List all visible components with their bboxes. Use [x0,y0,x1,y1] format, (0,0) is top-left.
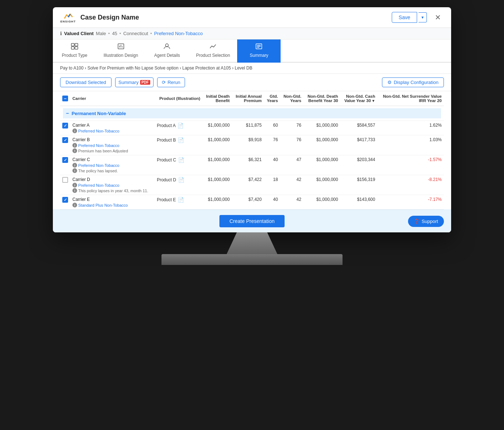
carrier-note: ! The policy has lapsed. [72,168,152,173]
non-gtd-years: 76 [280,135,303,155]
toolbar: Download Selected Summary PDF ⟳ Rerun ⚙ … [53,74,451,91]
col-non-gtd-death-benefit: Non-Gtd. DeathBenefit Year 30 [303,91,340,106]
initial-death-benefit: $1,000,000 [202,135,232,155]
group-header: − Permanent Non-Variable [63,108,441,118]
download-selected-button[interactable]: Download Selected [60,77,112,87]
solve-bar: Pay to A100 › Solve For Premium with No … [53,63,451,74]
col-carrier: Carrier [70,91,155,106]
carrier-sub[interactable]: i Preferred Non-Tobacco [72,143,152,148]
initial-death-benefit: $1,000,000 [202,195,232,210]
gtd-years: 76 [264,135,280,155]
tab-product-selection[interactable]: Product Selection [189,39,237,63]
tab-illustration-design[interactable]: Illustration Design [96,39,145,63]
non-gtd-years: 76 [280,121,303,135]
nav-tabs: Product Type Illustration Design Agent D… [53,39,451,63]
tab-product-type-label: Product Type [62,53,88,58]
non-gtd-irr: 1.62% [377,121,444,135]
gtd-years: 60 [264,121,280,135]
non-gtd-cash-value: $143,600 [340,195,377,210]
carrier-cell: Carrier B i Preferred Non-Tobacco ! Prem… [70,135,155,155]
svg-rect-1 [75,43,78,46]
row-checkbox[interactable] [62,197,68,203]
product-name: Product B [157,138,176,143]
initial-death-benefit: $1,000,000 [202,155,232,175]
tab-summary-label: Summary [250,53,268,58]
carrier-cell: Carrier A i Preferred Non-Tobacco [70,121,155,135]
monitor-wrapper: ENSIGHT Case Design Name Save ▾ ✕ ℹ Valu… [53,7,451,265]
initial-annual-premium: $11,875 [232,121,264,135]
row-checkbox[interactable] [62,177,68,183]
tab-summary[interactable]: Summary [237,39,281,63]
pdf-icon[interactable]: 📄 [178,137,184,143]
product-name: Product A [157,123,176,128]
carrier-sub[interactable]: i Preferred Non-Tobacco [72,163,152,168]
row-checkbox-cell [60,121,70,135]
non-gtd-irr: 1.03% [377,135,444,155]
case-design-name: Case Design Name [80,14,387,21]
svg-rect-0 [71,43,74,46]
support-icon: ❓ [414,219,420,224]
gtd-years: 40 [264,195,280,210]
non-gtd-cash-value: $156,319 [340,175,377,195]
non-gtd-death-benefit: $1,000,000 [303,195,340,210]
client-age: 45 [112,31,117,36]
col-non-gtd-cash-value[interactable]: Non-Gtd. CashValue Year 30▼ [340,91,377,106]
initial-death-benefit: $1,000,000 [202,121,232,135]
save-button[interactable]: Save [392,12,417,23]
tab-illustration-design-label: Illustration Design [104,53,138,58]
carrier-cell: Carrier D i Preferred Non-Tobacco ! This… [70,175,155,195]
client-bar: ℹ Valued Client Male • 45 • Connecticut … [53,28,451,39]
col-initial-death-benefit: Initial DeathBenefit [202,91,232,106]
client-state: Connecticut [123,31,148,36]
table-row: Carrier C i Preferred Non-Tobacco ! The … [60,155,444,175]
carrier-name: Carrier C [72,157,152,162]
pdf-icon[interactable]: 📄 [178,177,184,183]
carrier-name: Carrier D [72,177,152,182]
non-gtd-death-benefit: $1,000,000 [303,121,340,135]
row-checkbox[interactable] [62,157,68,163]
table-container: Carrier Product (Illustration) Initial D… [53,91,451,210]
col-checkbox [60,91,70,106]
row-checkbox-cell [60,155,70,175]
pdf-icon[interactable]: 📄 [177,123,184,128]
group-label: Permanent Non-Variable [72,111,126,116]
non-gtd-irr: -7.17% [377,195,444,210]
tab-agent-details[interactable]: Agent Details [145,39,189,63]
select-all-checkbox[interactable] [62,96,68,101]
save-dropdown-button[interactable]: ▾ [419,12,427,22]
col-non-gtd-irr: Non-Gtd. Net Surrender ValueIRR Year 20 [377,91,444,106]
initial-annual-premium: $6,321 [232,155,264,175]
row-checkbox-cell [60,195,70,210]
carrier-sub[interactable]: i Standard Plus Non-Tobacco [72,203,152,207]
carrier-sub[interactable]: i Preferred Non-Tobacco [72,128,152,133]
table-row: Carrier E i Standard Plus Non-Tobacco Pr… [60,195,444,210]
create-presentation-button[interactable]: Create Presentation [219,215,285,227]
group-minus-icon[interactable]: − [66,110,69,116]
table-row: Carrier D i Preferred Non-Tobacco ! This… [60,175,444,195]
solve-bar-text: Pay to A100 › Solve For Premium with No … [60,66,252,71]
row-checkbox[interactable] [62,123,68,128]
note-icon: ! [72,168,77,173]
carrier-name: Carrier E [72,197,152,202]
rerun-label: Rerun [168,80,180,85]
client-risk-class[interactable]: Preferred Non-Tobacco [154,31,203,36]
tab-product-type[interactable]: Product Type [53,39,96,63]
footer: Create Presentation ❓ Support [53,210,451,232]
initial-annual-premium: $7,420 [232,195,264,210]
close-button[interactable]: ✕ [432,12,444,23]
pdf-icon[interactable]: 📄 [178,157,184,163]
pdf-icon[interactable]: 📄 [178,197,184,203]
product-name: Product C [157,157,176,163]
rerun-button[interactable]: ⟳ Rerun [157,77,185,87]
support-button[interactable]: ❓ Support [408,216,444,227]
carrier-sub[interactable]: i Preferred Non-Tobacco [72,183,152,187]
non-gtd-years: 42 [280,195,303,210]
display-configuration-button[interactable]: ⚙ Display Configuration [382,77,444,87]
summary-pdf-button[interactable]: Summary PDF [115,77,154,87]
product-name: Product D [157,177,176,182]
row-checkbox[interactable] [62,137,68,143]
carrier-name: Carrier B [72,137,152,142]
col-initial-annual-premium: Initial AnnualPremium [232,91,264,106]
note-icon: ! [72,148,77,153]
summary-table: Carrier Product (Illustration) Initial D… [60,91,444,210]
